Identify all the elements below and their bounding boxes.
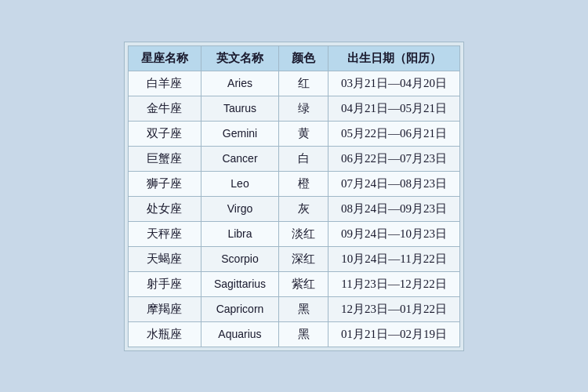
table-row: 狮子座Leo橙07月24日—08月23日 <box>128 171 459 196</box>
cell-english-name: Aries <box>201 71 278 96</box>
cell-english-name: Capricorn <box>201 296 278 321</box>
cell-english-name: Virgo <box>201 196 278 221</box>
cell-color: 绿 <box>279 96 328 121</box>
cell-english-name: Taurus <box>201 96 278 121</box>
table-row: 射手座Sagittarius紫红11月23日—12月22日 <box>128 271 459 296</box>
cell-chinese-name: 摩羯座 <box>128 296 201 321</box>
cell-chinese-name: 射手座 <box>128 271 201 296</box>
table-header-row: 星座名称 英文名称 颜色 出生日期（阳历） <box>128 45 459 71</box>
table-row: 天秤座Libra淡红09月24日—10月23日 <box>128 221 459 246</box>
cell-date: 01月21日—02月19日 <box>328 321 460 347</box>
header-english-name: 英文名称 <box>201 45 278 71</box>
cell-color: 黑 <box>279 296 328 321</box>
cell-date: 06月22日—07月23日 <box>328 146 460 171</box>
cell-color: 黄 <box>279 121 328 146</box>
cell-color: 橙 <box>279 171 328 196</box>
cell-chinese-name: 白羊座 <box>128 71 201 96</box>
table-row: 金牛座Taurus绿04月21日—05月21日 <box>128 96 459 121</box>
cell-chinese-name: 金牛座 <box>128 96 201 121</box>
cell-chinese-name: 双子座 <box>128 121 201 146</box>
cell-color: 红 <box>279 71 328 96</box>
cell-english-name: Cancer <box>201 146 278 171</box>
table-row: 白羊座Aries红03月21日—04月20日 <box>128 71 459 96</box>
table-row: 水瓶座Aquarius黑01月21日—02月19日 <box>128 321 459 347</box>
cell-color: 黑 <box>279 321 328 347</box>
table-row: 天蝎座Scorpio深红10月24日—11月22日 <box>128 246 459 271</box>
cell-date: 11月23日—12月22日 <box>328 271 460 296</box>
table-row: 处女座Virgo灰08月24日—09月23日 <box>128 196 459 221</box>
cell-date: 03月21日—04月20日 <box>328 71 460 96</box>
cell-color: 灰 <box>279 196 328 221</box>
header-date: 出生日期（阳历） <box>328 45 460 71</box>
cell-chinese-name: 天秤座 <box>128 221 201 246</box>
cell-english-name: Gemini <box>201 121 278 146</box>
table-row: 巨蟹座Cancer白06月22日—07月23日 <box>128 146 459 171</box>
cell-date: 10月24日—11月22日 <box>328 246 460 271</box>
cell-date: 09月24日—10月23日 <box>328 221 460 246</box>
cell-color: 深红 <box>279 246 328 271</box>
cell-chinese-name: 狮子座 <box>128 171 201 196</box>
cell-english-name: Libra <box>201 221 278 246</box>
zodiac-table-container: 星座名称 英文名称 颜色 出生日期（阳历） 白羊座Aries红03月21日—04… <box>124 42 464 351</box>
header-chinese-name: 星座名称 <box>128 45 201 71</box>
cell-chinese-name: 水瓶座 <box>128 321 201 347</box>
table-row: 双子座Gemini黄05月22日—06月21日 <box>128 121 459 146</box>
cell-chinese-name: 巨蟹座 <box>128 146 201 171</box>
cell-color: 淡红 <box>279 221 328 246</box>
header-color: 颜色 <box>279 45 328 71</box>
zodiac-table: 星座名称 英文名称 颜色 出生日期（阳历） 白羊座Aries红03月21日—04… <box>128 45 460 347</box>
cell-date: 08月24日—09月23日 <box>328 196 460 221</box>
table-body: 白羊座Aries红03月21日—04月20日金牛座Taurus绿04月21日—0… <box>128 71 459 347</box>
cell-color: 白 <box>279 146 328 171</box>
cell-date: 07月24日—08月23日 <box>328 171 460 196</box>
cell-date: 12月23日—01月22日 <box>328 296 460 321</box>
table-row: 摩羯座Capricorn黑12月23日—01月22日 <box>128 296 459 321</box>
cell-chinese-name: 处女座 <box>128 196 201 221</box>
cell-date: 04月21日—05月21日 <box>328 96 460 121</box>
cell-date: 05月22日—06月21日 <box>328 121 460 146</box>
cell-chinese-name: 天蝎座 <box>128 246 201 271</box>
cell-english-name: Scorpio <box>201 246 278 271</box>
cell-color: 紫红 <box>279 271 328 296</box>
cell-english-name: Leo <box>201 171 278 196</box>
cell-english-name: Aquarius <box>201 321 278 347</box>
cell-english-name: Sagittarius <box>201 271 278 296</box>
